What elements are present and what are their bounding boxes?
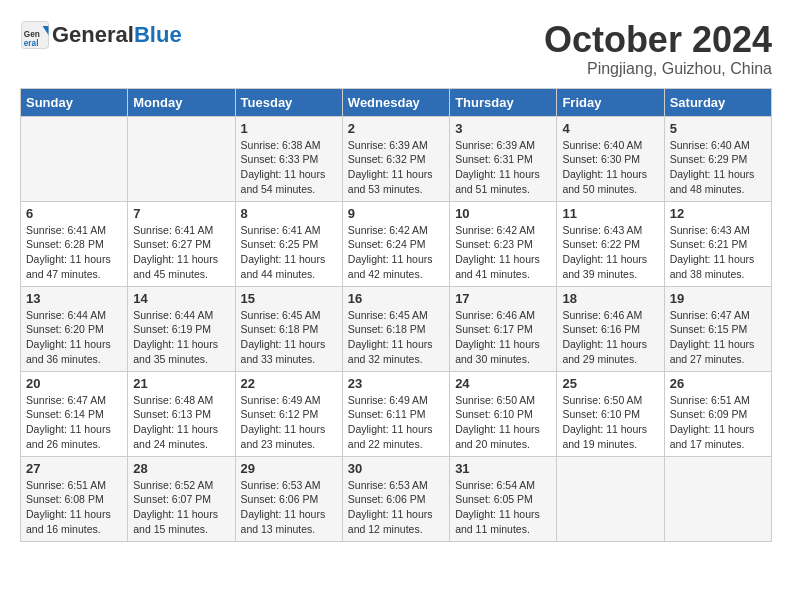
day-info: Sunrise: 6:41 AMSunset: 6:27 PMDaylight:… <box>133 224 218 280</box>
day-number: 15 <box>241 291 337 306</box>
calendar-cell: 31Sunrise: 6:54 AMSunset: 6:05 PMDayligh… <box>450 456 557 541</box>
day-info: Sunrise: 6:46 AMSunset: 6:17 PMDaylight:… <box>455 309 540 365</box>
calendar-cell: 30Sunrise: 6:53 AMSunset: 6:06 PMDayligh… <box>342 456 449 541</box>
calendar-cell: 18Sunrise: 6:46 AMSunset: 6:16 PMDayligh… <box>557 286 664 371</box>
calendar-week-row: 20Sunrise: 6:47 AMSunset: 6:14 PMDayligh… <box>21 371 772 456</box>
day-number: 10 <box>455 206 551 221</box>
calendar-table: Sunday Monday Tuesday Wednesday Thursday… <box>20 88 772 542</box>
calendar-cell: 7Sunrise: 6:41 AMSunset: 6:27 PMDaylight… <box>128 201 235 286</box>
day-number: 29 <box>241 461 337 476</box>
calendar-cell <box>128 116 235 201</box>
day-number: 7 <box>133 206 229 221</box>
day-info: Sunrise: 6:48 AMSunset: 6:13 PMDaylight:… <box>133 394 218 450</box>
calendar-cell: 23Sunrise: 6:49 AMSunset: 6:11 PMDayligh… <box>342 371 449 456</box>
day-info: Sunrise: 6:39 AMSunset: 6:31 PMDaylight:… <box>455 139 540 195</box>
day-info: Sunrise: 6:49 AMSunset: 6:12 PMDaylight:… <box>241 394 326 450</box>
day-info: Sunrise: 6:40 AMSunset: 6:29 PMDaylight:… <box>670 139 755 195</box>
day-info: Sunrise: 6:53 AMSunset: 6:06 PMDaylight:… <box>241 479 326 535</box>
day-number: 22 <box>241 376 337 391</box>
day-number: 18 <box>562 291 658 306</box>
header-monday: Monday <box>128 88 235 116</box>
calendar-cell: 4Sunrise: 6:40 AMSunset: 6:30 PMDaylight… <box>557 116 664 201</box>
location: Pingjiang, Guizhou, China <box>544 60 772 78</box>
day-info: Sunrise: 6:47 AMSunset: 6:15 PMDaylight:… <box>670 309 755 365</box>
day-number: 4 <box>562 121 658 136</box>
title-area: October 2024 Pingjiang, Guizhou, China <box>544 20 772 78</box>
day-info: Sunrise: 6:40 AMSunset: 6:30 PMDaylight:… <box>562 139 647 195</box>
day-info: Sunrise: 6:42 AMSunset: 6:23 PMDaylight:… <box>455 224 540 280</box>
day-info: Sunrise: 6:39 AMSunset: 6:32 PMDaylight:… <box>348 139 433 195</box>
calendar-cell: 17Sunrise: 6:46 AMSunset: 6:17 PMDayligh… <box>450 286 557 371</box>
day-number: 9 <box>348 206 444 221</box>
day-number: 31 <box>455 461 551 476</box>
calendar-cell: 24Sunrise: 6:50 AMSunset: 6:10 PMDayligh… <box>450 371 557 456</box>
day-number: 13 <box>26 291 122 306</box>
calendar-cell: 27Sunrise: 6:51 AMSunset: 6:08 PMDayligh… <box>21 456 128 541</box>
svg-text:Gen: Gen <box>24 30 40 39</box>
day-number: 17 <box>455 291 551 306</box>
page-header: Gen eral GeneralBlue October 2024 Pingji… <box>20 20 772 78</box>
calendar-cell <box>557 456 664 541</box>
calendar-cell: 19Sunrise: 6:47 AMSunset: 6:15 PMDayligh… <box>664 286 771 371</box>
day-info: Sunrise: 6:43 AMSunset: 6:22 PMDaylight:… <box>562 224 647 280</box>
day-info: Sunrise: 6:45 AMSunset: 6:18 PMDaylight:… <box>241 309 326 365</box>
day-number: 30 <box>348 461 444 476</box>
day-info: Sunrise: 6:54 AMSunset: 6:05 PMDaylight:… <box>455 479 540 535</box>
day-number: 25 <box>562 376 658 391</box>
logo-icon: Gen eral <box>20 20 50 50</box>
calendar-cell: 9Sunrise: 6:42 AMSunset: 6:24 PMDaylight… <box>342 201 449 286</box>
day-number: 26 <box>670 376 766 391</box>
month-title: October 2024 <box>544 20 772 60</box>
day-info: Sunrise: 6:44 AMSunset: 6:19 PMDaylight:… <box>133 309 218 365</box>
day-number: 21 <box>133 376 229 391</box>
calendar-cell: 22Sunrise: 6:49 AMSunset: 6:12 PMDayligh… <box>235 371 342 456</box>
day-info: Sunrise: 6:38 AMSunset: 6:33 PMDaylight:… <box>241 139 326 195</box>
calendar-cell: 10Sunrise: 6:42 AMSunset: 6:23 PMDayligh… <box>450 201 557 286</box>
header-tuesday: Tuesday <box>235 88 342 116</box>
day-number: 2 <box>348 121 444 136</box>
calendar-cell <box>664 456 771 541</box>
calendar-cell: 25Sunrise: 6:50 AMSunset: 6:10 PMDayligh… <box>557 371 664 456</box>
day-info: Sunrise: 6:49 AMSunset: 6:11 PMDaylight:… <box>348 394 433 450</box>
calendar-week-row: 1Sunrise: 6:38 AMSunset: 6:33 PMDaylight… <box>21 116 772 201</box>
calendar-cell: 15Sunrise: 6:45 AMSunset: 6:18 PMDayligh… <box>235 286 342 371</box>
day-info: Sunrise: 6:51 AMSunset: 6:08 PMDaylight:… <box>26 479 111 535</box>
calendar-header-row: Sunday Monday Tuesday Wednesday Thursday… <box>21 88 772 116</box>
calendar-cell: 11Sunrise: 6:43 AMSunset: 6:22 PMDayligh… <box>557 201 664 286</box>
day-info: Sunrise: 6:42 AMSunset: 6:24 PMDaylight:… <box>348 224 433 280</box>
day-number: 1 <box>241 121 337 136</box>
day-info: Sunrise: 6:43 AMSunset: 6:21 PMDaylight:… <box>670 224 755 280</box>
day-info: Sunrise: 6:53 AMSunset: 6:06 PMDaylight:… <box>348 479 433 535</box>
calendar-cell: 3Sunrise: 6:39 AMSunset: 6:31 PMDaylight… <box>450 116 557 201</box>
day-number: 27 <box>26 461 122 476</box>
calendar-cell: 21Sunrise: 6:48 AMSunset: 6:13 PMDayligh… <box>128 371 235 456</box>
calendar-week-row: 13Sunrise: 6:44 AMSunset: 6:20 PMDayligh… <box>21 286 772 371</box>
calendar-cell: 5Sunrise: 6:40 AMSunset: 6:29 PMDaylight… <box>664 116 771 201</box>
header-friday: Friday <box>557 88 664 116</box>
calendar-cell: 16Sunrise: 6:45 AMSunset: 6:18 PMDayligh… <box>342 286 449 371</box>
header-saturday: Saturday <box>664 88 771 116</box>
day-info: Sunrise: 6:52 AMSunset: 6:07 PMDaylight:… <box>133 479 218 535</box>
calendar-cell: 20Sunrise: 6:47 AMSunset: 6:14 PMDayligh… <box>21 371 128 456</box>
calendar-cell: 26Sunrise: 6:51 AMSunset: 6:09 PMDayligh… <box>664 371 771 456</box>
calendar-cell: 13Sunrise: 6:44 AMSunset: 6:20 PMDayligh… <box>21 286 128 371</box>
calendar-cell: 12Sunrise: 6:43 AMSunset: 6:21 PMDayligh… <box>664 201 771 286</box>
calendar-cell: 28Sunrise: 6:52 AMSunset: 6:07 PMDayligh… <box>128 456 235 541</box>
header-wednesday: Wednesday <box>342 88 449 116</box>
day-number: 19 <box>670 291 766 306</box>
day-number: 16 <box>348 291 444 306</box>
calendar-cell: 6Sunrise: 6:41 AMSunset: 6:28 PMDaylight… <box>21 201 128 286</box>
calendar-cell: 14Sunrise: 6:44 AMSunset: 6:19 PMDayligh… <box>128 286 235 371</box>
calendar-cell: 29Sunrise: 6:53 AMSunset: 6:06 PMDayligh… <box>235 456 342 541</box>
header-sunday: Sunday <box>21 88 128 116</box>
day-info: Sunrise: 6:45 AMSunset: 6:18 PMDaylight:… <box>348 309 433 365</box>
day-number: 23 <box>348 376 444 391</box>
day-number: 14 <box>133 291 229 306</box>
day-number: 8 <box>241 206 337 221</box>
calendar-week-row: 6Sunrise: 6:41 AMSunset: 6:28 PMDaylight… <box>21 201 772 286</box>
day-number: 3 <box>455 121 551 136</box>
day-info: Sunrise: 6:41 AMSunset: 6:25 PMDaylight:… <box>241 224 326 280</box>
day-info: Sunrise: 6:44 AMSunset: 6:20 PMDaylight:… <box>26 309 111 365</box>
day-info: Sunrise: 6:50 AMSunset: 6:10 PMDaylight:… <box>455 394 540 450</box>
day-number: 12 <box>670 206 766 221</box>
